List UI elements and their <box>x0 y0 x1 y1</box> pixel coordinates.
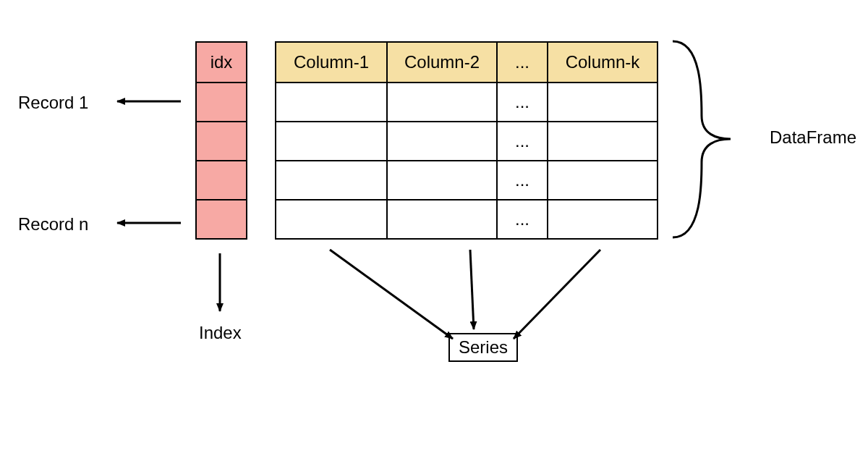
data-cell <box>547 83 657 121</box>
data-cell <box>386 122 496 160</box>
data-cell <box>386 200 496 238</box>
data-row: ... <box>276 199 657 238</box>
data-cell <box>276 200 386 238</box>
col-header-1: Column-1 <box>276 43 386 82</box>
data-cell <box>547 161 657 199</box>
data-cell <box>276 161 386 199</box>
arrow-series-3 <box>514 250 600 339</box>
data-cell-ellipsis: ... <box>496 83 547 121</box>
data-table: Column-1 Column-2 ... Column-k ... ... .… <box>275 41 658 240</box>
col-header-k: Column-k <box>547 43 657 82</box>
data-cell-ellipsis: ... <box>496 200 547 238</box>
data-cell <box>547 200 657 238</box>
index-cell <box>197 121 246 160</box>
record-1-label: Record 1 <box>18 93 88 113</box>
dataframe-text-label: DataFrame <box>770 127 856 148</box>
data-cell <box>276 83 386 121</box>
arrow-series-2 <box>470 250 474 329</box>
data-cell <box>276 122 386 160</box>
index-text-label: Index <box>199 323 242 343</box>
data-row: ... <box>276 121 657 160</box>
data-row: ... <box>276 82 657 121</box>
data-cell-ellipsis: ... <box>496 122 547 160</box>
header-row: Column-1 Column-2 ... Column-k <box>276 43 657 82</box>
index-cell <box>197 160 246 199</box>
data-cell <box>386 161 496 199</box>
col-header-ellipsis: ... <box>496 43 547 82</box>
brace-dataframe <box>673 41 731 237</box>
index-cell <box>197 199 246 238</box>
series-box: Series <box>448 333 518 362</box>
record-n-label: Record n <box>18 214 88 235</box>
data-row: ... <box>276 160 657 199</box>
col-header-2: Column-2 <box>386 43 496 82</box>
index-column: idx <box>195 41 247 240</box>
data-cell-ellipsis: ... <box>496 161 547 199</box>
data-cell <box>386 83 496 121</box>
data-cell <box>547 122 657 160</box>
index-header: idx <box>197 43 246 82</box>
arrow-series-1 <box>330 250 453 339</box>
index-cell <box>197 82 246 121</box>
